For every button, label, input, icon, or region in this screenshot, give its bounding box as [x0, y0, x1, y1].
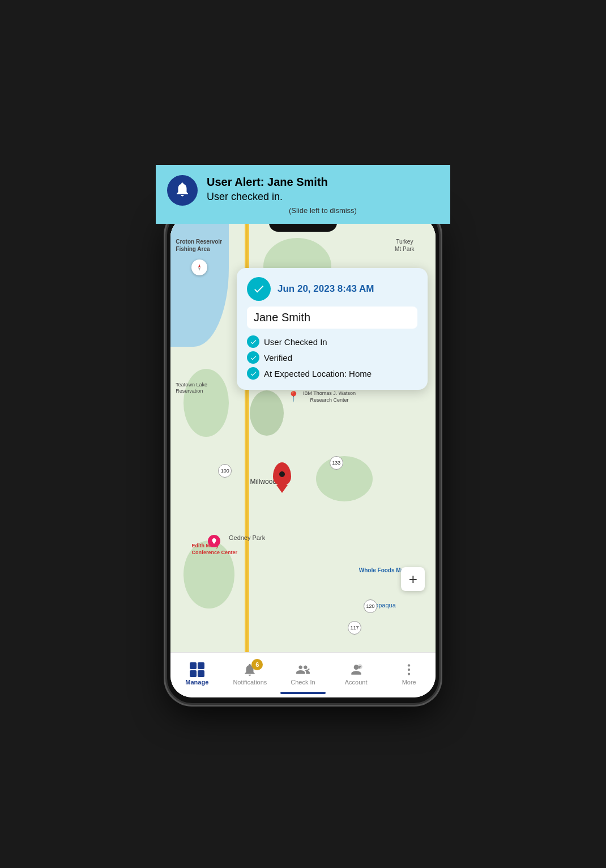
info-card-name: Jane Smith — [254, 311, 411, 324]
svg-marker-1 — [198, 267, 200, 271]
map-label-ibm: IBM Thomas J. WatsonResearch Center — [303, 390, 356, 403]
ibm-location-pin: 📍 — [287, 390, 300, 403]
phone-frame: Croton ReservoirFishing Area TurkeyMt Pa… — [167, 210, 439, 703]
nav-item-manage[interactable]: Manage — [170, 662, 224, 686]
svg-point-3 — [408, 664, 410, 666]
map-water — [170, 216, 229, 347]
nav-label-more: More — [402, 679, 416, 686]
bell-icon — [174, 181, 191, 200]
grid-icon — [190, 662, 204, 677]
pin-body — [273, 462, 291, 486]
map-green-area-3 — [316, 456, 373, 501]
notifications-icon-wrap: 6 — [242, 662, 257, 677]
status-checked-in: User Checked In — [264, 337, 327, 347]
bottom-bar-indicator — [280, 692, 326, 694]
map-route-120: 120 — [364, 599, 377, 613]
screen-wrapper: User Alert: Jane Smith User checked in. … — [156, 165, 450, 703]
grid-cell-4 — [198, 670, 204, 677]
status-verified: Verified — [264, 353, 292, 363]
nav-label-notifications: Notifications — [233, 679, 267, 686]
grid-cell-2 — [198, 662, 204, 669]
nav-item-checkin[interactable]: Check In — [276, 662, 330, 686]
info-card-name-box: Jane Smith — [247, 307, 417, 329]
pin-dot — [279, 471, 285, 477]
account-icon-wrap — [349, 662, 364, 677]
checkin-icon-wrap — [296, 662, 310, 677]
map-label-gedney: Gedney Park — [229, 534, 265, 541]
checkin-nav-icon — [296, 662, 310, 677]
nav-label-manage: Manage — [185, 679, 208, 686]
info-card-item-1: User Checked In — [247, 335, 417, 348]
map-green-area-2 — [183, 369, 229, 437]
svg-point-4 — [408, 669, 410, 671]
grid-cell-3 — [190, 670, 197, 677]
bottom-nav: Manage 6 Notifications — [170, 652, 436, 697]
notification-body: User checked in. — [207, 191, 439, 203]
info-card-items: User Checked In Verified — [247, 335, 417, 380]
manage-icon-wrap — [190, 662, 204, 677]
notification-icon-circle — [167, 175, 198, 206]
map-route-100: 100 — [218, 464, 232, 478]
more-dots-icon — [402, 662, 416, 677]
account-nav-icon — [349, 662, 364, 677]
status-location: At Expected Location: Home — [264, 369, 372, 378]
nav-item-more[interactable]: More — [382, 662, 436, 686]
map-route-133: 133 — [330, 456, 343, 470]
map-label-reservoir: Croton ReservoirFishing Area — [176, 238, 222, 253]
notification-title: User Alert: Jane Smith — [207, 175, 439, 189]
check-circle-icon — [247, 277, 271, 301]
nav-item-notifications[interactable]: 6 Notifications — [224, 662, 277, 686]
map-label-turkey: TurkeyMt Park — [395, 238, 414, 253]
map-area[interactable]: Croton ReservoirFishing Area TurkeyMt Pa… — [170, 216, 436, 652]
svg-point-5 — [408, 673, 410, 675]
nav-item-account[interactable]: Account — [330, 662, 383, 686]
svg-marker-0 — [198, 264, 200, 267]
map-route-117: 117 — [348, 621, 361, 635]
phone-screen: Croton ReservoirFishing Area TurkeyMt Pa… — [170, 216, 436, 697]
item-check-icon-3 — [247, 367, 259, 380]
map-label-teatown: Teatown LakeReservation — [176, 382, 207, 395]
more-icon-wrap — [402, 662, 416, 677]
map-background: Croton ReservoirFishing Area TurkeyMt Pa… — [170, 216, 436, 652]
info-card: Jun 20, 2023 8:43 AM Jane Smith User Che… — [237, 268, 428, 390]
zoom-in-button[interactable]: + — [401, 567, 425, 591]
notification-text: User Alert: Jane Smith User checked in. … — [207, 175, 439, 215]
item-check-icon-1 — [247, 335, 259, 348]
item-check-icon-2 — [247, 351, 259, 364]
info-card-date: Jun 20, 2023 8:43 AM — [278, 283, 374, 295]
info-card-header: Jun 20, 2023 8:43 AM — [247, 277, 417, 301]
edith-macy-pin — [208, 535, 220, 547]
notification-dismiss: (Slide left to dismiss) — [207, 206, 439, 215]
notification-badge: 6 — [251, 659, 263, 670]
notification-banner[interactable]: User Alert: Jane Smith User checked in. … — [156, 165, 450, 224]
info-card-item-3: At Expected Location: Home — [247, 367, 417, 380]
info-card-item-2: Verified — [247, 351, 417, 364]
map-green-area-5 — [250, 390, 284, 436]
location-pin — [273, 462, 291, 486]
nav-label-account: Account — [345, 679, 368, 686]
nav-label-checkin: Check In — [291, 679, 315, 686]
grid-cell-1 — [190, 662, 197, 669]
